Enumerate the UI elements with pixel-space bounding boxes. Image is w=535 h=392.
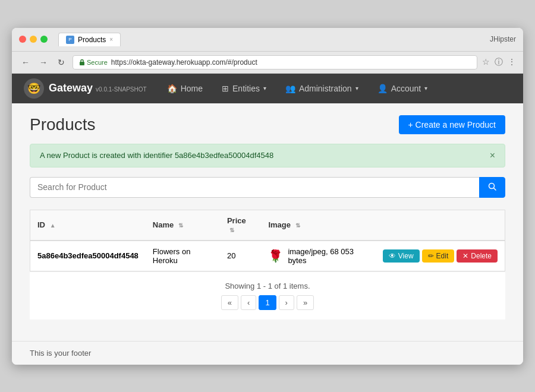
success-alert: A new Product is created with identifier… <box>30 144 505 167</box>
url-display: https://okta-gateway.herokuapp.com/#/pro… <box>111 58 257 67</box>
info-icon[interactable]: ⓘ <box>495 57 503 68</box>
brand-name: Gateway v0.0.1-SNAPSHOT <box>49 82 147 94</box>
col-id[interactable]: ID ▲ <box>30 210 146 241</box>
row-image: 🌹 image/jpeg, 68 053 bytes <box>261 241 375 271</box>
address-bar-row: ← → ↻ Secure https://okta-gateway.heroku… <box>12 52 523 74</box>
nav-account[interactable]: 👤 Account ▾ <box>369 79 436 98</box>
forward-button[interactable]: → <box>37 56 50 69</box>
nav-home[interactable]: 🏠 Home <box>159 79 211 98</box>
browser-tab[interactable]: P Products × <box>58 33 121 46</box>
col-actions <box>376 210 505 241</box>
pencil-icon: ✏ <box>428 252 434 260</box>
page-footer: This is your footer <box>12 341 523 365</box>
view-button[interactable]: 👁 View <box>383 249 420 263</box>
nav-entities[interactable]: ⊞ Entities ▾ <box>213 79 275 98</box>
sort-image-icon: ⇅ <box>295 222 300 229</box>
home-icon: 🏠 <box>167 84 177 93</box>
tab-title: Products <box>78 36 106 44</box>
page-content: Products + Create a new Product A new Pr… <box>12 103 523 341</box>
col-image[interactable]: Image ⇅ <box>261 210 375 241</box>
row-actions: 👁 View ✏ Edit ✕ Delete <box>376 241 505 271</box>
search-button[interactable] <box>479 177 505 198</box>
action-buttons: 👁 View ✏ Edit ✕ Delete <box>383 249 498 263</box>
col-price[interactable]: Price ⇅ <box>220 210 261 241</box>
browser-window: P Products × JHipster ← → ↻ Secure https… <box>12 28 523 365</box>
browser-titlebar: P Products × JHipster <box>12 28 523 52</box>
image-meta: image/jpeg, 68 053 bytes <box>288 247 368 265</box>
col-name[interactable]: Name ⇅ <box>146 210 220 241</box>
address-bar[interactable]: Secure https://okta-gateway.herokuapp.co… <box>73 55 477 69</box>
browser-user: JHipster <box>490 35 516 43</box>
create-product-button[interactable]: + Create a new Product <box>399 115 505 134</box>
traffic-lights <box>19 36 48 43</box>
bookmark-icon[interactable]: ☆ <box>482 57 490 68</box>
brand-avatar: 🤓 <box>24 78 44 99</box>
table-header: ID ▲ Name ⇅ Price ⇅ Image ⇅ <box>30 210 505 241</box>
row-name: Flowers on Heroku <box>146 241 220 271</box>
eye-icon: 👁 <box>389 252 396 260</box>
close-window-button[interactable] <box>19 36 26 43</box>
users-icon: 👥 <box>285 84 295 93</box>
next-page-button[interactable]: › <box>279 295 294 310</box>
table-body: 5a86e4b3edfea50004df4548 Flowers on Hero… <box>30 241 505 271</box>
brand: 🤓 Gateway v0.0.1-SNAPSHOT <box>24 78 147 99</box>
times-icon: ✕ <box>462 252 468 260</box>
address-right-icons: ☆ ⓘ ⋮ <box>482 57 516 68</box>
footer-text: This is your footer <box>30 349 91 358</box>
products-table: ID ▲ Name ⇅ Price ⇅ Image ⇅ <box>30 210 505 271</box>
admin-caret: ▾ <box>355 85 358 91</box>
first-page-button[interactable]: « <box>221 295 238 310</box>
svg-rect-0 <box>80 62 84 65</box>
sort-name-icon: ⇅ <box>178 222 183 229</box>
edit-button[interactable]: ✏ Edit <box>422 249 455 263</box>
sort-price-icon: ⇅ <box>229 227 234 233</box>
flower-image-icon: 🌹 <box>268 249 283 263</box>
entities-caret: ▾ <box>263 85 266 91</box>
tab-favicon: P <box>66 36 74 44</box>
secure-badge: Secure <box>79 59 108 66</box>
page-header: Products + Create a new Product <box>30 115 505 134</box>
search-input[interactable] <box>30 177 479 198</box>
sort-id-icon: ▲ <box>50 222 56 229</box>
back-button[interactable]: ← <box>19 56 32 69</box>
prev-page-button[interactable]: ‹ <box>241 295 256 310</box>
account-icon: 👤 <box>377 84 388 93</box>
table-row: 5a86e4b3edfea50004df4548 Flowers on Hero… <box>30 241 505 271</box>
search-row <box>30 177 505 198</box>
account-caret: ▾ <box>424 85 427 91</box>
menu-icon[interactable]: ⋮ <box>508 57 516 68</box>
refresh-button[interactable]: ↻ <box>55 56 68 69</box>
page-title: Products <box>30 115 96 134</box>
alert-message: A new Product is created with identifier… <box>40 151 273 160</box>
row-id: 5a86e4b3edfea50004df4548 <box>30 241 146 271</box>
row-price: 20 <box>220 241 261 271</box>
nav-items: 🏠 Home ⊞ Entities ▾ 👥 Administration ▾ 👤… <box>159 79 511 98</box>
lock-icon <box>79 59 85 66</box>
svg-line-2 <box>494 188 496 190</box>
search-icon <box>488 182 496 191</box>
tab-bar: P Products × <box>58 33 484 46</box>
app-navbar: 🤓 Gateway v0.0.1-SNAPSHOT 🏠 Home ⊞ Entit… <box>12 74 523 103</box>
current-page-button[interactable]: 1 <box>259 295 276 310</box>
grid-icon: ⊞ <box>222 84 229 93</box>
delete-button[interactable]: ✕ Delete <box>457 249 498 263</box>
brand-version: v0.0.1-SNAPSHOT <box>96 86 147 93</box>
pagination-info: Showing 1 - 1 of 1 items. <box>39 282 496 290</box>
nav-administration[interactable]: 👥 Administration ▾ <box>277 79 367 98</box>
maximize-window-button[interactable] <box>40 36 48 43</box>
tab-close-button[interactable]: × <box>109 36 113 43</box>
pagination-controls: « ‹ 1 › » <box>39 295 496 310</box>
last-page-button[interactable]: » <box>297 295 314 310</box>
minimize-window-button[interactable] <box>30 36 37 43</box>
pagination-section: Showing 1 - 1 of 1 items. « ‹ 1 › » <box>30 271 505 320</box>
alert-close-button[interactable]: × <box>490 150 495 161</box>
